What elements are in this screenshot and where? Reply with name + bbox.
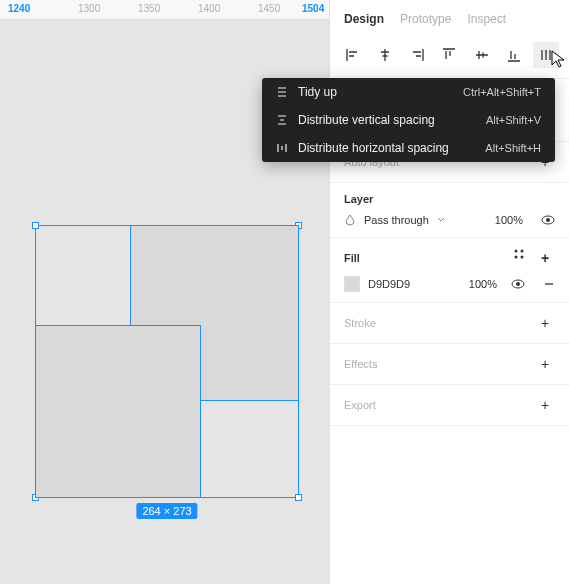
fill-section: Fill + D9D9D9 100% — [330, 238, 569, 303]
dropdown-shortcut: Alt+Shift+H — [485, 142, 541, 154]
tidy-up-icon — [276, 86, 288, 98]
align-v-center-button[interactable] — [469, 42, 495, 68]
dropdown-item-tidy-up[interactable]: Tidy up Ctrl+Alt+Shift+T — [262, 78, 555, 106]
align-bottom-button[interactable] — [501, 42, 527, 68]
remove-fill-button[interactable] — [543, 278, 555, 290]
svg-point-5 — [521, 256, 524, 259]
stroke-section: Stroke + — [330, 303, 569, 344]
dropdown-item-dist-h[interactable]: Distribute horizontal spacing Alt+Shift+… — [262, 134, 555, 162]
align-top-button[interactable] — [436, 42, 462, 68]
effects-section: Effects + — [330, 344, 569, 385]
tidy-up-button[interactable] — [533, 42, 559, 68]
alignment-row — [330, 36, 569, 79]
distribute-horizontal-icon — [276, 142, 288, 154]
svg-point-1 — [546, 218, 550, 222]
tidy-up-dropdown: Tidy up Ctrl+Alt+Shift+T Distribute vert… — [262, 78, 555, 162]
dropdown-label: Distribute horizontal spacing — [298, 141, 449, 155]
ruler-tick: 1300 — [78, 3, 100, 14]
dropdown-shortcut: Ctrl+Alt+Shift+T — [463, 86, 541, 98]
add-stroke-button[interactable]: + — [535, 313, 555, 333]
fill-opacity-field[interactable]: 100% — [469, 278, 497, 290]
eye-icon[interactable] — [541, 213, 555, 227]
align-right-button[interactable] — [404, 42, 430, 68]
rectangle-shape[interactable] — [35, 325, 201, 498]
dropdown-label: Tidy up — [298, 85, 337, 99]
svg-point-2 — [515, 250, 518, 253]
layer-opacity-field[interactable]: 100% — [495, 214, 523, 226]
layer-title: Layer — [344, 193, 373, 205]
dropdown-item-dist-v[interactable]: Distribute vertical spacing Alt+Shift+V — [262, 106, 555, 134]
blend-mode-icon — [344, 214, 356, 226]
export-title: Export — [344, 399, 376, 411]
ruler-tick: 1400 — [198, 3, 220, 14]
align-left-button[interactable] — [340, 42, 366, 68]
tab-design[interactable]: Design — [344, 12, 384, 26]
effects-title: Effects — [344, 358, 377, 370]
panel-tabs: Design Prototype Inspect — [330, 0, 569, 36]
dropdown-label: Distribute vertical spacing — [298, 113, 435, 127]
ruler-tick: 1350 — [138, 3, 160, 14]
chevron-down-icon — [437, 216, 445, 224]
add-fill-button[interactable]: + — [535, 248, 555, 268]
svg-point-3 — [521, 250, 524, 253]
svg-point-4 — [515, 256, 518, 259]
fill-styles-icon[interactable] — [513, 248, 525, 268]
export-section: Export + — [330, 385, 569, 426]
resize-handle-se[interactable] — [295, 494, 302, 501]
dropdown-shortcut: Alt+Shift+V — [486, 114, 541, 126]
ruler-horizontal: 1240 1300 1350 1400 1450 1504 — [0, 0, 329, 20]
fill-hex-field[interactable]: D9D9D9 — [368, 278, 410, 290]
blend-mode-select[interactable]: Pass through — [364, 214, 429, 226]
ruler-tick: 1504 — [302, 3, 324, 14]
stroke-title: Stroke — [344, 317, 376, 329]
svg-point-7 — [516, 282, 520, 286]
selection-dimensions-badge: 264 × 273 — [136, 503, 197, 519]
add-export-button[interactable]: + — [535, 395, 555, 415]
align-h-center-button[interactable] — [372, 42, 398, 68]
ruler-tick: 1450 — [258, 3, 280, 14]
ruler-tick: 1240 — [8, 3, 30, 14]
fill-title: Fill — [344, 252, 360, 264]
tab-inspect[interactable]: Inspect — [467, 12, 506, 26]
distribute-vertical-icon — [276, 114, 288, 126]
add-effect-button[interactable]: + — [535, 354, 555, 374]
fill-swatch[interactable] — [344, 276, 360, 292]
tab-prototype[interactable]: Prototype — [400, 12, 451, 26]
layer-section: Layer Pass through 100% — [330, 183, 569, 238]
eye-icon[interactable] — [511, 277, 525, 291]
resize-handle-nw[interactable] — [32, 222, 39, 229]
